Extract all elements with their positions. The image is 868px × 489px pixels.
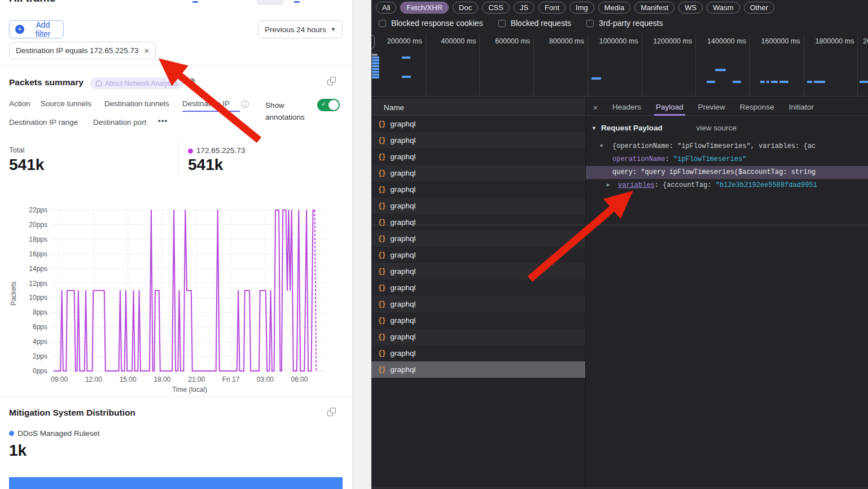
- waterfall-request-mark[interactable]: [402, 56, 410, 59]
- waterfall-request-mark[interactable]: [402, 76, 411, 78]
- waterfall-request-mark[interactable]: [779, 81, 788, 83]
- clipped-link-fragment: [294, 1, 300, 3]
- waterfall-request-mark[interactable]: [715, 69, 726, 71]
- network-filter-pill-font[interactable]: Font: [538, 2, 565, 14]
- request-row[interactable]: {}graphql: [371, 230, 585, 247]
- request-row[interactable]: {}graphql: [371, 263, 585, 280]
- network-filter-pill-wasm[interactable]: Wasm: [707, 2, 739, 14]
- page-title-clipped: All traffic: [9, 0, 133, 4]
- waterfall-request-mark[interactable]: [372, 73, 379, 76]
- waterfall-request-mark[interactable]: [372, 54, 378, 56]
- request-row[interactable]: {}graphql: [371, 165, 585, 181]
- payload-token: "b12e3b2192ee5588fdad9951: [716, 181, 817, 189]
- network-filter-pill-manifest[interactable]: Manifest: [634, 2, 674, 14]
- payload-tree-line[interactable]: ▼{operationName: "ipFlowTimeseries", var…: [586, 140, 868, 153]
- request-row[interactable]: {}graphql: [371, 132, 585, 149]
- request-row[interactable]: {}graphql: [371, 181, 585, 198]
- request-row[interactable]: {}graphql: [371, 149, 585, 165]
- payload-token: query: [612, 168, 633, 176]
- popout-icon[interactable]: [327, 408, 336, 416]
- active-tab-underline: [182, 111, 240, 112]
- svg-text:21:00: 21:00: [188, 376, 205, 383]
- add-filter-button[interactable]: + Add filter: [9, 20, 64, 38]
- waterfall-request-mark[interactable]: [707, 81, 715, 83]
- request-row[interactable]: {}graphql: [371, 116, 585, 132]
- waterfall-request-mark[interactable]: [372, 68, 379, 70]
- checkbox-3rd-party-requests[interactable]: 3rd-party requests: [586, 19, 663, 28]
- waterfall-request-mark[interactable]: [372, 62, 379, 64]
- request-row[interactable]: {}graphql: [371, 247, 585, 263]
- detail-tab-payload[interactable]: Payload: [648, 99, 691, 116]
- request-row[interactable]: {}graphql: [371, 296, 585, 312]
- payload-tree-line[interactable]: operationName: "ipFlowTimeseries": [586, 153, 868, 166]
- network-filter-pill-all[interactable]: All: [376, 2, 396, 14]
- request-name: graphql: [390, 169, 415, 177]
- waterfall-request-mark[interactable]: [814, 81, 825, 83]
- network-filter-pill-css[interactable]: CSS: [482, 2, 510, 14]
- request-row[interactable]: {}graphql: [371, 329, 585, 345]
- network-filter-pill-media[interactable]: Media: [598, 2, 630, 14]
- network-filter-pill-other[interactable]: Other: [744, 2, 775, 14]
- request-row[interactable]: {}graphql: [371, 312, 585, 329]
- name-column-header[interactable]: Name: [371, 99, 585, 116]
- summary-tab-destination-port[interactable]: Destination port: [93, 118, 147, 126]
- detail-tab-preview[interactable]: Preview: [691, 99, 733, 116]
- info-icon[interactable]: i: [242, 101, 249, 108]
- close-icon[interactable]: ×: [586, 103, 605, 112]
- waterfall-request-mark[interactable]: [591, 77, 601, 80]
- collapsed-triangle-icon[interactable]: ▶: [607, 179, 610, 192]
- expanded-triangle-icon[interactable]: ▼: [600, 140, 603, 153]
- request-row[interactable]: {}graphql: [371, 345, 585, 361]
- filter-chip[interactable]: Destination IP equals 172.65.225.73 ×: [9, 42, 156, 59]
- payload-tree-line[interactable]: ▶variables: {accountTag: "b12e3b2192ee55…: [586, 179, 868, 192]
- detail-tab-headers[interactable]: Headers: [605, 99, 648, 116]
- mitigation-bar: [9, 477, 343, 489]
- checkbox-blocked-requests[interactable]: Blocked requests: [498, 19, 571, 28]
- request-row[interactable]: {}graphql: [371, 361, 585, 378]
- summary-tab-action[interactable]: Action: [9, 99, 30, 108]
- json-braces-icon: {}: [378, 137, 385, 145]
- request-row[interactable]: {}graphql: [371, 280, 585, 296]
- summary-tab-destination-tunnels[interactable]: Destination tunnels: [104, 99, 169, 108]
- waterfall-request-mark[interactable]: [372, 65, 379, 67]
- checkbox-blocked-response-cookies[interactable]: Blocked response cookies: [379, 19, 483, 28]
- close-icon[interactable]: ×: [144, 46, 149, 55]
- request-row[interactable]: {}graphql: [371, 198, 585, 214]
- waterfall-request-mark[interactable]: [766, 81, 769, 83]
- waterfall-request-mark[interactable]: [771, 81, 778, 83]
- popout-icon[interactable]: [327, 77, 336, 85]
- waterfall-request-mark[interactable]: [860, 81, 868, 83]
- view-source-link[interactable]: view source: [696, 124, 737, 132]
- summary-tab-source-tunnels[interactable]: Source tunnels: [41, 99, 91, 108]
- network-filter-pill-fetch-xhr[interactable]: Fetch/XHR: [400, 2, 449, 14]
- json-braces-icon: {}: [378, 366, 385, 374]
- network-filter-pill-ws[interactable]: WS: [678, 2, 703, 14]
- payload-tree-line[interactable]: query: "query ipFlowTimeseries($accountT…: [586, 166, 868, 179]
- waterfall-request-mark[interactable]: [372, 71, 379, 73]
- network-filter-pill-img[interactable]: Img: [569, 2, 594, 14]
- waterfall-overview[interactable]: 200000 ms400000 ms600000 ms800000 ms1000…: [371, 34, 868, 97]
- svg-text:12pps: 12pps: [29, 280, 47, 287]
- checkbox-icon: [586, 20, 594, 27]
- request-row[interactable]: {}graphql: [371, 214, 585, 230]
- waterfall-request-mark[interactable]: [372, 76, 379, 78]
- waterfall-request-mark[interactable]: [372, 56, 379, 59]
- detail-tab-initiator[interactable]: Initiator: [782, 99, 821, 116]
- add-filter-label: Add filter: [28, 20, 58, 38]
- summary-tab-destination-ip[interactable]: Destination IP: [182, 99, 230, 108]
- summary-tab-destination-ip-range[interactable]: Destination IP range: [9, 118, 78, 126]
- network-filter-pill-doc[interactable]: Doc: [453, 2, 478, 14]
- json-braces-icon: {}: [378, 284, 385, 292]
- json-braces-icon: {}: [378, 268, 385, 276]
- waterfall-request-mark[interactable]: [760, 81, 765, 83]
- detail-tab-response[interactable]: Response: [733, 99, 782, 116]
- waterfall-request-mark[interactable]: [733, 81, 741, 83]
- tabs-overflow-button[interactable]: •••: [158, 116, 168, 125]
- waterfall-request-mark[interactable]: [807, 81, 812, 83]
- collapse-triangle-icon[interactable]: ▼: [591, 125, 597, 131]
- time-range-select[interactable]: Previous 24 hours ▼: [258, 20, 343, 38]
- about-network-analytics-badge[interactable]: About Network Analytics: [90, 77, 183, 89]
- network-filter-pill-js[interactable]: JS: [514, 2, 534, 14]
- show-annotations-toggle[interactable]: ✓: [317, 99, 340, 111]
- waterfall-request-mark[interactable]: [372, 59, 379, 62]
